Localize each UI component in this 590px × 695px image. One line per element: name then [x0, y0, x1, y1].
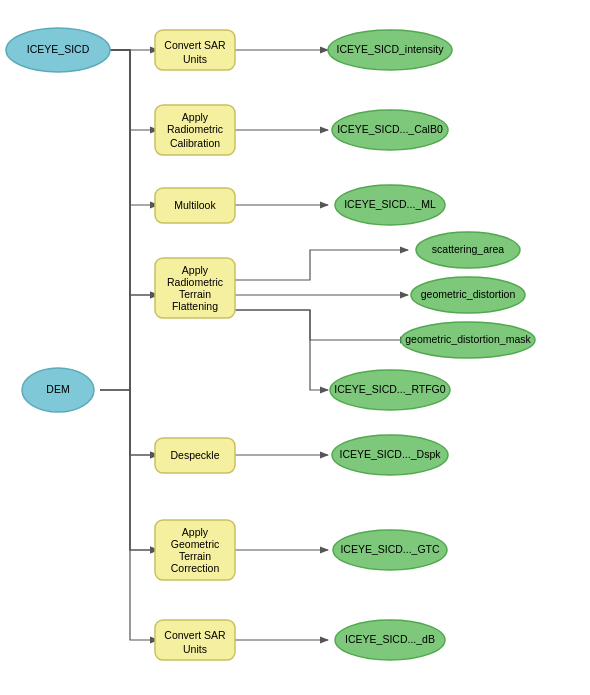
node-rtfg0: ICEYE_SICD..._RTFG0 [330, 370, 450, 410]
edge-sicd-gtc [100, 50, 158, 550]
svg-text:Convert SAR: Convert SAR [164, 39, 226, 51]
svg-text:ICEYE_SICD..._Dspk: ICEYE_SICD..._Dspk [340, 448, 442, 460]
node-dem: DEM [22, 368, 94, 412]
edge-rtf-scattering [235, 250, 408, 280]
node-apply-radio-cal: Apply Radiometric Calibration [155, 105, 235, 155]
svg-text:ICEYE_SICD..._ML: ICEYE_SICD..._ML [344, 198, 436, 210]
svg-text:geometric_distortion: geometric_distortion [421, 288, 516, 300]
edge-sicd-radcal [100, 50, 158, 130]
svg-text:Flattening: Flattening [172, 300, 218, 312]
edge-dem-rtf [100, 295, 158, 390]
node-geo-dist: geometric_distortion [411, 277, 525, 313]
workflow-diagram: ICEYE_SICD DEM Convert SAR Units Apply R… [0, 0, 590, 695]
svg-text:Units: Units [183, 53, 207, 65]
node-iceye-sicd: ICEYE_SICD [6, 28, 110, 72]
node-multilook: Multilook [155, 188, 235, 223]
svg-text:Despeckle: Despeckle [170, 449, 219, 461]
node-scattering: scattering_area [416, 232, 520, 268]
node-geo-dist-mask: geometric_distortion_mask [401, 322, 535, 358]
svg-text:Terrain: Terrain [179, 288, 211, 300]
edge-rtf-geodistmask [235, 310, 408, 340]
svg-text:DEM: DEM [46, 383, 69, 395]
edge-dem-gtc [100, 390, 158, 550]
edge-rtf-rtfg0 [235, 310, 328, 390]
svg-text:Radiometric: Radiometric [167, 123, 223, 135]
svg-text:ICEYE_SICD: ICEYE_SICD [27, 43, 90, 55]
node-gtc: ICEYE_SICD..._GTC [333, 530, 447, 570]
svg-text:Apply: Apply [182, 264, 209, 276]
svg-text:ICEYE_SICD..._RTFG0: ICEYE_SICD..._RTFG0 [334, 383, 445, 395]
svg-text:Apply: Apply [182, 111, 209, 123]
node-apply-rtf: Apply Radiometric Terrain Flattening [155, 258, 235, 318]
node-convert-sar-1: Convert SAR Units [155, 30, 235, 70]
svg-text:ICEYE_SICD_intensity: ICEYE_SICD_intensity [337, 43, 445, 55]
edge-sicd-despeckle [100, 50, 158, 455]
node-intensity: ICEYE_SICD_intensity [328, 30, 452, 70]
svg-text:Apply: Apply [182, 526, 209, 538]
node-db: ICEYE_SICD..._dB [335, 620, 445, 660]
edge-dem-despeckle [100, 390, 158, 455]
node-ml: ICEYE_SICD..._ML [335, 185, 445, 225]
svg-text:Calibration: Calibration [170, 137, 220, 149]
svg-text:ICEYE_SICD..._CalB0: ICEYE_SICD..._CalB0 [337, 123, 443, 135]
node-calb0: ICEYE_SICD..._CalB0 [332, 110, 448, 150]
svg-text:scattering_area: scattering_area [432, 243, 505, 255]
svg-text:geometric_distortion_mask: geometric_distortion_mask [405, 333, 531, 345]
svg-text:Units: Units [183, 643, 207, 655]
node-convert-sar-2: Convert SAR Units [155, 620, 235, 660]
node-apply-gtc: Apply Geometric Terrain Correction [155, 520, 235, 580]
svg-text:ICEYE_SICD..._GTC: ICEYE_SICD..._GTC [340, 543, 440, 555]
svg-text:Correction: Correction [171, 562, 220, 574]
node-dspk: ICEYE_SICD..._Dspk [332, 435, 448, 475]
svg-text:ICEYE_SICD..._dB: ICEYE_SICD..._dB [345, 633, 435, 645]
svg-text:Convert SAR: Convert SAR [164, 629, 226, 641]
edge-sicd-convert2 [100, 50, 158, 640]
svg-text:Radiometric: Radiometric [167, 276, 223, 288]
edge-sicd-rtf [100, 50, 158, 295]
svg-text:Terrain: Terrain [179, 550, 211, 562]
edge-sicd-multilook [100, 50, 158, 205]
svg-text:Multilook: Multilook [174, 199, 216, 211]
svg-text:Geometric: Geometric [171, 538, 219, 550]
node-despeckle: Despeckle [155, 438, 235, 473]
